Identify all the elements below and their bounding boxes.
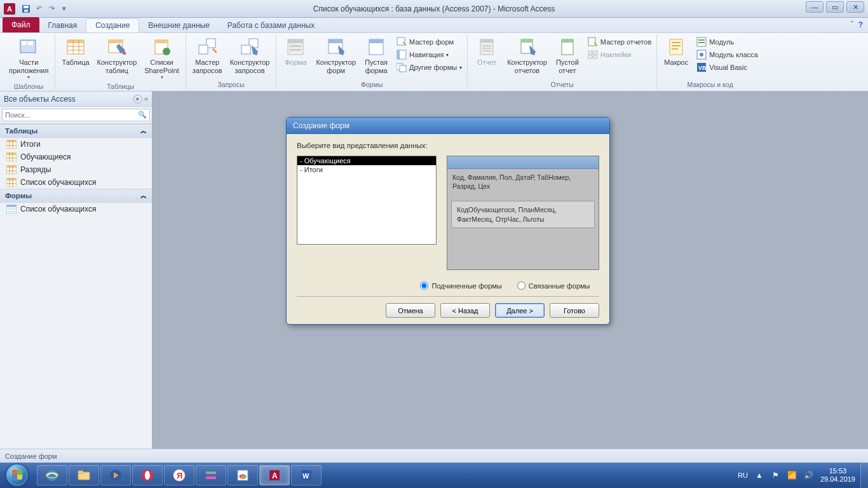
maximize-button[interactable]: ▭ (826, 1, 844, 13)
save-icon[interactable] (20, 3, 32, 15)
sharepoint-lists-button[interactable]: Списки SharePoint▾ (142, 36, 181, 81)
app-icon: A (4, 3, 15, 15)
svg-rect-96 (206, 477, 216, 479)
nav-form-item[interactable]: Список обучающихся (0, 203, 152, 215)
navigation-button[interactable]: Навигация ▾ (395, 48, 463, 61)
nav-dropdown-icon[interactable]: ▾ (133, 95, 142, 104)
taskbar-paint[interactable] (227, 465, 258, 485)
redo-icon[interactable]: ↷ (46, 3, 57, 15)
nav-group-tables[interactable]: Таблицы︽ (0, 124, 152, 138)
report-button[interactable]: Отчет (471, 36, 502, 79)
minimize-button[interactable]: — (806, 1, 824, 13)
nav-table-item[interactable]: Разряды (0, 163, 152, 176)
subform-radio-group: Подчиненные формы Связанные формы (297, 281, 599, 290)
svg-point-17 (163, 48, 170, 55)
svg-rect-2 (24, 10, 28, 12)
nav-pane-header[interactable]: Все объекты Access ▾ « (0, 92, 152, 107)
report-icon (477, 37, 497, 57)
nav-table-item[interactable]: Итоги (0, 138, 152, 151)
form-object-icon (6, 205, 17, 214)
svg-rect-34 (400, 65, 406, 72)
dialog-title: Создание форм (287, 118, 609, 134)
form-design-button[interactable]: Конструктор форм (313, 36, 358, 79)
visual-basic-button[interactable]: VBVisual Basic (695, 61, 759, 74)
taskbar-word[interactable]: W (291, 465, 322, 485)
taskbar-ie[interactable] (37, 465, 67, 485)
svg-rect-95 (206, 471, 216, 474)
form-wizard-button[interactable]: Мастер форм (395, 36, 463, 48)
table-design-button[interactable]: Конструктор таблиц (95, 36, 140, 81)
labels-button[interactable]: Наклейки (587, 48, 653, 61)
finish-button[interactable]: Готово (550, 303, 599, 318)
nav-collapse-icon[interactable]: « (144, 95, 148, 102)
form-button[interactable]: Форма (280, 36, 311, 79)
undo-icon[interactable]: ↶ (33, 3, 44, 15)
close-button[interactable]: ✕ (846, 1, 864, 13)
module-button[interactable]: Модуль (695, 36, 759, 48)
app-parts-button[interactable]: Части приложения▾ (6, 36, 51, 81)
class-module-button[interactable]: Модуль класса (695, 48, 759, 61)
nav-table-item[interactable]: Список обучающихся (0, 176, 152, 189)
tab-create[interactable]: Создание (86, 18, 139, 32)
report-design-icon (517, 37, 538, 57)
radio-linked[interactable]: Связанные формы (517, 281, 590, 290)
tray-volume-icon[interactable]: 🔊 (804, 470, 814, 480)
table-object-icon (6, 152, 17, 161)
tab-home[interactable]: Главная (39, 18, 86, 32)
other-forms-button[interactable]: Другие формы ▾ (395, 61, 463, 74)
blank-report-button[interactable]: Пустой отчет (552, 36, 583, 79)
tray-network-icon[interactable]: 📶 (787, 470, 797, 480)
show-desktop-button[interactable] (860, 463, 868, 488)
macro-button[interactable]: Макрос (661, 36, 691, 79)
back-button[interactable]: < Назад (440, 303, 490, 318)
minimize-ribbon-icon[interactable]: ˆ (851, 20, 853, 29)
tray-flag-icon[interactable]: ▲ (754, 470, 764, 480)
tray-lang[interactable]: RU (738, 471, 748, 479)
start-button[interactable] (0, 463, 34, 488)
taskbar-yandex[interactable]: Я (164, 465, 194, 485)
nav-table-item[interactable]: Обучающиеся (0, 151, 152, 163)
table-object-icon (6, 140, 17, 149)
svg-rect-21 (241, 45, 250, 54)
taskbar-wmp[interactable] (100, 465, 131, 485)
next-button[interactable]: Далее > (495, 303, 545, 318)
tab-dbtools[interactable]: Работа с базами данных (219, 18, 323, 32)
data-view-listbox[interactable]: - Обучающиеся - Итоги (297, 156, 437, 245)
radio-subforms[interactable]: Подчиненные формы (420, 281, 501, 290)
taskbar-explorer[interactable] (69, 465, 99, 485)
search-input[interactable] (2, 109, 150, 121)
svg-text:A: A (272, 471, 278, 480)
svg-text:W: W (302, 472, 309, 480)
taskbar-winrar[interactable] (196, 465, 226, 485)
vb-icon: VB (696, 62, 707, 72)
search-icon[interactable]: 🔍 (138, 111, 147, 119)
report-design-button[interactable]: Конструктор отчетов (505, 36, 550, 79)
title-bar: A ↶ ↷ ▾ Список обучающихся : база данных… (0, 0, 868, 18)
report-wizard-button[interactable]: Мастер отчетов (587, 36, 653, 48)
svg-rect-27 (329, 39, 342, 43)
tray-clock[interactable]: 15:5329.04.2019 (820, 467, 855, 483)
query-design-button[interactable]: Конструктор запросов (227, 36, 273, 79)
help-icon[interactable]: ? (858, 20, 863, 29)
query-wizard-button[interactable]: Мастер запросов (190, 36, 225, 79)
svg-rect-25 (290, 49, 301, 51)
blank-form-button[interactable]: Пустая форма (361, 36, 391, 79)
tray-action-icon[interactable]: ⚑ (771, 470, 781, 480)
qat-dropdown-icon[interactable]: ▾ (58, 3, 70, 15)
table-icon (65, 37, 86, 57)
svg-rect-7 (67, 40, 84, 43)
table-button[interactable]: Таблица (59, 36, 92, 81)
taskbar-opera[interactable] (132, 465, 163, 485)
tab-external[interactable]: Внешние данные (139, 18, 219, 32)
class-module-icon (696, 50, 707, 60)
taskbar-access[interactable]: A (259, 465, 290, 485)
list-item[interactable]: - Обучающиеся (297, 156, 436, 165)
table-object-icon (6, 178, 17, 187)
cancel-button[interactable]: Отмена (386, 303, 435, 318)
navigation-icon (397, 50, 407, 60)
nav-group-forms[interactable]: Формы︽ (0, 189, 152, 203)
svg-rect-5 (28, 41, 33, 45)
list-item[interactable]: - Итоги (297, 165, 436, 174)
group-queries: Мастер запросов Конструктор запросов Зап… (186, 34, 277, 90)
tab-file[interactable]: Файл (3, 17, 39, 32)
